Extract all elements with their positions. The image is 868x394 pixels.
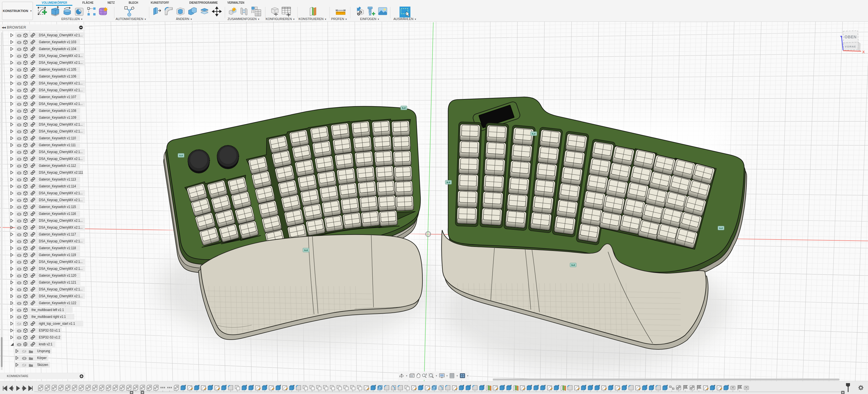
svg-text:OBEN: OBEN: [844, 35, 857, 39]
svg-text:VORNE: VORNE: [845, 45, 856, 48]
svg-text:X: X: [862, 50, 865, 54]
